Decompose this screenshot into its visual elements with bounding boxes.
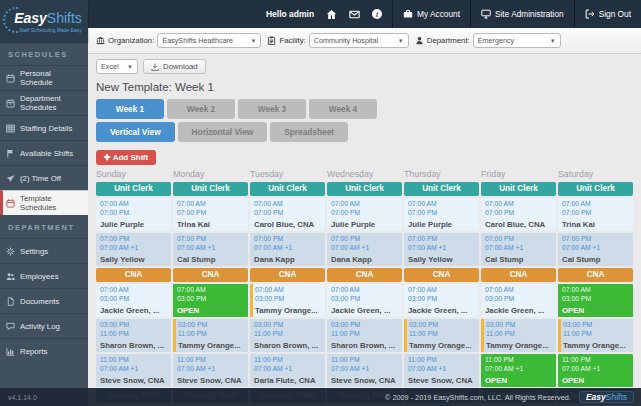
- shift-card[interactable]: 07:00 PM07:00 AM +1Cal Stump: [481, 233, 556, 266]
- shift-card[interactable]: 03:00 PM11:00 PMSharon Brown, ...: [250, 319, 325, 352]
- sidebar-item-staffing-details[interactable]: Staffing Details: [0, 115, 88, 140]
- sidebar-item-documents[interactable]: Documents: [0, 288, 88, 313]
- tab-week-2[interactable]: Week 2: [167, 99, 235, 119]
- shift-card[interactable]: 07:00 AM07:00 PMTrina Kai: [173, 198, 248, 231]
- shift-end-time: 11:00 PM: [178, 330, 248, 339]
- home-icon[interactable]: [326, 9, 337, 20]
- sidebar-item-employees[interactable]: Employees: [0, 263, 88, 288]
- app-logo[interactable]: EasyShifts Staff Scheduling Made Easy: [0, 0, 88, 42]
- shift-card[interactable]: 07:00 PM07:00 AM +1Cal Stump: [173, 233, 248, 266]
- sidebar-item-time-off[interactable]: (2) Time Off: [0, 165, 88, 190]
- sidebar-item-reports[interactable]: Reports: [0, 338, 88, 363]
- my-account-button[interactable]: My Account: [392, 0, 470, 28]
- shift-card[interactable]: 07:00 AM03:00 PMJackie Green, ...: [404, 284, 479, 317]
- export-format-value: Excel: [101, 62, 119, 71]
- shift-end-time: 07:00 AM +1: [562, 365, 633, 374]
- facility-select[interactable]: Community Hospital▼: [309, 33, 409, 48]
- shift-card[interactable]: 11:00 PM07:00 AM +1Steve Snow, CNA: [96, 354, 171, 387]
- add-shift-button[interactable]: ✚ Add Shift: [96, 150, 156, 165]
- shift-start-time: 07:00 AM: [100, 286, 171, 295]
- shift-card[interactable]: 07:00 AM03:00 PMJackie Green, ...: [481, 284, 556, 317]
- sign-out-icon: [585, 9, 595, 19]
- site-administration-button[interactable]: Site Administration: [470, 0, 574, 28]
- shift-card[interactable]: 07:00 AM03:00 PMJackie Green, ...: [327, 284, 402, 317]
- tab-week-3[interactable]: Week 3: [238, 99, 306, 119]
- shift-card[interactable]: 07:00 PM07:00 AM +1Sally Yellow: [96, 233, 171, 266]
- shift-card[interactable]: 11:00 PM07:00 AM +1Steve Snow, CNA: [327, 354, 402, 387]
- info-icon[interactable]: i: [372, 9, 382, 19]
- shift-card[interactable]: 07:00 AM03:00 PMJackie Green, ...: [96, 284, 171, 317]
- greeting-text: Hello admin: [266, 9, 314, 19]
- shift-assignee: Cal Stump: [562, 255, 633, 264]
- shift-assignee: Steve Snow, CNA: [331, 376, 402, 385]
- download-icon: [151, 63, 159, 71]
- shift-assignee: Dana Kapp: [331, 255, 402, 264]
- footer-logo-shifts: Shifts: [606, 393, 627, 402]
- export-format-select[interactable]: Excel▼: [96, 59, 138, 74]
- shift-card[interactable]: 07:00 AM07:00 PMJulie Purple: [404, 198, 479, 231]
- shift-card[interactable]: 11:00 PM07:00 AM +1OPEN: [558, 354, 633, 387]
- shift-assignee: Jackie Green, ...: [100, 306, 171, 315]
- tab-vertical-view[interactable]: Vertical View: [96, 122, 175, 142]
- shift-card[interactable]: 03:00 PM11:00 PMTammy Orange...: [558, 319, 633, 352]
- shift-card[interactable]: 11:00 PM07:00 AM +1Steve Snow, CNA: [173, 354, 248, 387]
- shift-end-time: 07:00 AM +1: [331, 244, 402, 253]
- download-button[interactable]: Download: [143, 59, 206, 74]
- organization-select[interactable]: EasyShifts Healthcare▼: [157, 33, 261, 48]
- calendar-icon: [6, 74, 15, 83]
- sidebar-item-settings[interactable]: Settings: [0, 238, 88, 263]
- shift-card[interactable]: 07:00 AM07:00 PMCarol Blue, CNA: [250, 198, 325, 231]
- clipboard-icon: [267, 36, 276, 45]
- shift-card[interactable]: 03:00 PM11:00 PMSharon Brown, ...: [327, 319, 402, 352]
- shift-card[interactable]: 11:00 PM07:00 AM +1Darla Flute, CNA: [250, 354, 325, 387]
- shift-card[interactable]: 11:00 PM07:00 AM +1OPEN: [481, 354, 556, 387]
- tab-week-4[interactable]: Week 4: [309, 99, 377, 119]
- shift-card[interactable]: 07:00 AM07:00 PMJulie Purple: [96, 198, 171, 231]
- shift-assignee: Sally Yellow: [408, 255, 479, 264]
- sidebar-item-label: Template Schedules: [20, 194, 82, 212]
- department-value: Emergency: [478, 36, 514, 45]
- shift-card[interactable]: 07:00 AM07:00 PMJulie Purple: [327, 198, 402, 231]
- sidebar-section-schedules: SCHEDULES: [0, 42, 88, 65]
- shift-card[interactable]: 07:00 PM07:00 AM +1Dana Kapp: [327, 233, 402, 266]
- briefcase-icon: [403, 9, 413, 19]
- shift-card[interactable]: 11:00 PM07:00 AM +1Steve Snow, CNA: [404, 354, 479, 387]
- shift-assignee: Cal Stump: [177, 255, 248, 264]
- shift-start-time: 03:00 PM: [563, 321, 633, 330]
- shift-assignee: Tammy Orange...: [563, 341, 633, 350]
- mail-icon[interactable]: [349, 9, 360, 20]
- schedule-column: WednesdayUnit Clerk07:00 AM07:00 PMJulie…: [327, 169, 402, 406]
- shift-card[interactable]: 07:00 AM03:00 PMOPEN: [173, 284, 248, 317]
- sidebar-item-template-schedules[interactable]: Template Schedules: [0, 190, 88, 215]
- sidebar-item-personal-schedule[interactable]: Personal Schedule: [0, 65, 88, 90]
- shift-card[interactable]: 07:00 PM07:00 AM +1Sally Yellow: [404, 233, 479, 266]
- chevron-down-icon: ▼: [127, 64, 133, 70]
- shift-card[interactable]: 07:00 AM07:00 PMTrina Kai: [558, 198, 633, 231]
- shift-assignee: Carol Blue, CNA: [254, 220, 325, 229]
- role-header: Unit Clerk: [558, 182, 633, 196]
- department-select[interactable]: Emergency▼: [473, 33, 561, 48]
- shift-card[interactable]: 07:00 AM03:00 PMTammy Orange...: [250, 284, 325, 317]
- sidebar-item-department-schedules[interactable]: Department Schedules: [0, 90, 88, 115]
- shift-assignee: Dana Kapp: [254, 255, 325, 264]
- role-header: Unit Clerk: [250, 182, 325, 196]
- tab-spreadsheet[interactable]: Spreadsheet: [270, 122, 348, 142]
- shift-card[interactable]: 07:00 AM07:00 PMCarol Blue, CNA: [481, 198, 556, 231]
- shift-start-time: 11:00 PM: [485, 356, 556, 365]
- tab-horizontal-view[interactable]: Horizontal View: [178, 122, 268, 142]
- sign-out-button[interactable]: Sign Out: [574, 0, 641, 28]
- shift-card[interactable]: 03:00 PM11:00 PMTammy Orange...: [481, 319, 556, 352]
- shift-card[interactable]: 07:00 AM03:00 PMOPEN: [558, 284, 633, 317]
- logo-sunburst-icon: [3, 7, 19, 33]
- shift-start-time: 11:00 PM: [100, 356, 171, 365]
- shift-start-time: 03:00 PM: [178, 321, 248, 330]
- tab-week-1[interactable]: Week 1: [96, 99, 164, 119]
- sidebar-item-available-shifts[interactable]: Available Shifts: [0, 140, 88, 165]
- shift-assignee: Darla Flute, CNA: [254, 376, 325, 385]
- shift-card[interactable]: 07:00 PM07:00 AM +1Dana Kapp: [250, 233, 325, 266]
- sidebar-item-activity-log[interactable]: Activity Log: [0, 313, 88, 338]
- shift-card[interactable]: 03:00 PM11:00 PMTammy Orange...: [404, 319, 479, 352]
- shift-card[interactable]: 07:00 PM07:00 AM +1Cal Stump: [558, 233, 633, 266]
- shift-card[interactable]: 03:00 PM11:00 PMTammy Orange...: [173, 319, 248, 352]
- shift-card[interactable]: 03:00 PM11:00 PMSharon Brown, ...: [96, 319, 171, 352]
